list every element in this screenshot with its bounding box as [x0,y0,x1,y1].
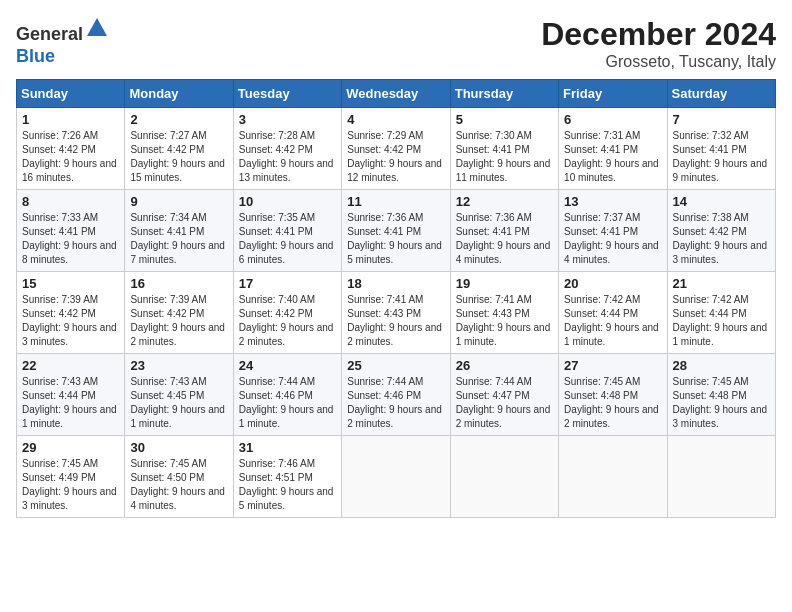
day-info: Sunrise: 7:31 AMSunset: 4:41 PMDaylight:… [564,129,661,185]
calendar-day-cell: 22Sunrise: 7:43 AMSunset: 4:44 PMDayligh… [17,354,125,436]
day-number: 23 [130,358,227,373]
day-info: Sunrise: 7:46 AMSunset: 4:51 PMDaylight:… [239,457,336,513]
title-block: December 2024 Grosseto, Tuscany, Italy [541,16,776,71]
calendar-day-cell [450,436,558,518]
calendar-day-cell: 9Sunrise: 7:34 AMSunset: 4:41 PMDaylight… [125,190,233,272]
day-number: 28 [673,358,770,373]
day-info: Sunrise: 7:29 AMSunset: 4:42 PMDaylight:… [347,129,444,185]
day-info: Sunrise: 7:41 AMSunset: 4:43 PMDaylight:… [456,293,553,349]
calendar-day-cell: 21Sunrise: 7:42 AMSunset: 4:44 PMDayligh… [667,272,775,354]
day-info: Sunrise: 7:43 AMSunset: 4:45 PMDaylight:… [130,375,227,431]
day-number: 26 [456,358,553,373]
calendar-day-cell [559,436,667,518]
calendar-day-cell: 24Sunrise: 7:44 AMSunset: 4:46 PMDayligh… [233,354,341,436]
calendar-day-cell: 17Sunrise: 7:40 AMSunset: 4:42 PMDayligh… [233,272,341,354]
calendar-day-cell: 1Sunrise: 7:26 AMSunset: 4:42 PMDaylight… [17,108,125,190]
day-info: Sunrise: 7:45 AMSunset: 4:48 PMDaylight:… [564,375,661,431]
page-header: General Blue December 2024 Grosseto, Tus… [16,16,776,71]
day-info: Sunrise: 7:41 AMSunset: 4:43 PMDaylight:… [347,293,444,349]
day-info: Sunrise: 7:39 AMSunset: 4:42 PMDaylight:… [22,293,119,349]
day-number: 29 [22,440,119,455]
month-title: December 2024 [541,16,776,53]
calendar-day-cell: 29Sunrise: 7:45 AMSunset: 4:49 PMDayligh… [17,436,125,518]
calendar-day-header: Sunday [17,80,125,108]
day-number: 6 [564,112,661,127]
day-number: 25 [347,358,444,373]
day-number: 3 [239,112,336,127]
day-info: Sunrise: 7:30 AMSunset: 4:41 PMDaylight:… [456,129,553,185]
calendar-day-cell: 12Sunrise: 7:36 AMSunset: 4:41 PMDayligh… [450,190,558,272]
calendar-day-cell: 28Sunrise: 7:45 AMSunset: 4:48 PMDayligh… [667,354,775,436]
calendar-day-header: Monday [125,80,233,108]
day-info: Sunrise: 7:37 AMSunset: 4:41 PMDaylight:… [564,211,661,267]
calendar-day-cell: 8Sunrise: 7:33 AMSunset: 4:41 PMDaylight… [17,190,125,272]
day-number: 7 [673,112,770,127]
calendar-day-cell: 16Sunrise: 7:39 AMSunset: 4:42 PMDayligh… [125,272,233,354]
day-number: 4 [347,112,444,127]
day-info: Sunrise: 7:42 AMSunset: 4:44 PMDaylight:… [564,293,661,349]
day-number: 18 [347,276,444,291]
calendar-day-cell: 19Sunrise: 7:41 AMSunset: 4:43 PMDayligh… [450,272,558,354]
calendar-day-header: Saturday [667,80,775,108]
day-number: 15 [22,276,119,291]
day-number: 16 [130,276,227,291]
day-number: 31 [239,440,336,455]
calendar-day-cell: 30Sunrise: 7:45 AMSunset: 4:50 PMDayligh… [125,436,233,518]
calendar-week-row: 1Sunrise: 7:26 AMSunset: 4:42 PMDaylight… [17,108,776,190]
day-number: 24 [239,358,336,373]
day-number: 17 [239,276,336,291]
day-info: Sunrise: 7:36 AMSunset: 4:41 PMDaylight:… [456,211,553,267]
day-info: Sunrise: 7:45 AMSunset: 4:48 PMDaylight:… [673,375,770,431]
day-number: 20 [564,276,661,291]
calendar-day-cell: 3Sunrise: 7:28 AMSunset: 4:42 PMDaylight… [233,108,341,190]
day-number: 10 [239,194,336,209]
day-info: Sunrise: 7:38 AMSunset: 4:42 PMDaylight:… [673,211,770,267]
calendar-day-header: Wednesday [342,80,450,108]
calendar-day-cell: 25Sunrise: 7:44 AMSunset: 4:46 PMDayligh… [342,354,450,436]
day-number: 2 [130,112,227,127]
calendar-day-cell: 2Sunrise: 7:27 AMSunset: 4:42 PMDaylight… [125,108,233,190]
calendar-day-cell: 13Sunrise: 7:37 AMSunset: 4:41 PMDayligh… [559,190,667,272]
logo: General Blue [16,16,109,67]
day-number: 11 [347,194,444,209]
day-info: Sunrise: 7:36 AMSunset: 4:41 PMDaylight:… [347,211,444,267]
day-number: 30 [130,440,227,455]
day-info: Sunrise: 7:42 AMSunset: 4:44 PMDaylight:… [673,293,770,349]
day-info: Sunrise: 7:44 AMSunset: 4:46 PMDaylight:… [239,375,336,431]
calendar-day-cell: 14Sunrise: 7:38 AMSunset: 4:42 PMDayligh… [667,190,775,272]
calendar-day-cell [342,436,450,518]
svg-marker-0 [87,18,107,36]
calendar-day-cell: 20Sunrise: 7:42 AMSunset: 4:44 PMDayligh… [559,272,667,354]
day-number: 1 [22,112,119,127]
day-number: 9 [130,194,227,209]
calendar-week-row: 15Sunrise: 7:39 AMSunset: 4:42 PMDayligh… [17,272,776,354]
calendar-header-row: SundayMondayTuesdayWednesdayThursdayFrid… [17,80,776,108]
day-info: Sunrise: 7:45 AMSunset: 4:50 PMDaylight:… [130,457,227,513]
day-info: Sunrise: 7:35 AMSunset: 4:41 PMDaylight:… [239,211,336,267]
calendar-day-header: Thursday [450,80,558,108]
calendar-day-cell: 27Sunrise: 7:45 AMSunset: 4:48 PMDayligh… [559,354,667,436]
day-number: 14 [673,194,770,209]
calendar-day-cell: 6Sunrise: 7:31 AMSunset: 4:41 PMDaylight… [559,108,667,190]
logo-general: General [16,24,83,44]
calendar-week-row: 22Sunrise: 7:43 AMSunset: 4:44 PMDayligh… [17,354,776,436]
day-number: 19 [456,276,553,291]
calendar-day-cell: 15Sunrise: 7:39 AMSunset: 4:42 PMDayligh… [17,272,125,354]
day-info: Sunrise: 7:27 AMSunset: 4:42 PMDaylight:… [130,129,227,185]
day-info: Sunrise: 7:44 AMSunset: 4:47 PMDaylight:… [456,375,553,431]
logo-icon [85,16,109,40]
calendar-day-cell: 31Sunrise: 7:46 AMSunset: 4:51 PMDayligh… [233,436,341,518]
day-info: Sunrise: 7:45 AMSunset: 4:49 PMDaylight:… [22,457,119,513]
calendar-day-cell: 5Sunrise: 7:30 AMSunset: 4:41 PMDaylight… [450,108,558,190]
logo-blue: Blue [16,46,55,66]
calendar-week-row: 8Sunrise: 7:33 AMSunset: 4:41 PMDaylight… [17,190,776,272]
calendar-day-cell: 23Sunrise: 7:43 AMSunset: 4:45 PMDayligh… [125,354,233,436]
day-info: Sunrise: 7:43 AMSunset: 4:44 PMDaylight:… [22,375,119,431]
day-info: Sunrise: 7:32 AMSunset: 4:41 PMDaylight:… [673,129,770,185]
day-info: Sunrise: 7:26 AMSunset: 4:42 PMDaylight:… [22,129,119,185]
calendar-day-cell: 11Sunrise: 7:36 AMSunset: 4:41 PMDayligh… [342,190,450,272]
day-number: 8 [22,194,119,209]
day-info: Sunrise: 7:39 AMSunset: 4:42 PMDaylight:… [130,293,227,349]
calendar-day-cell: 4Sunrise: 7:29 AMSunset: 4:42 PMDaylight… [342,108,450,190]
day-number: 27 [564,358,661,373]
